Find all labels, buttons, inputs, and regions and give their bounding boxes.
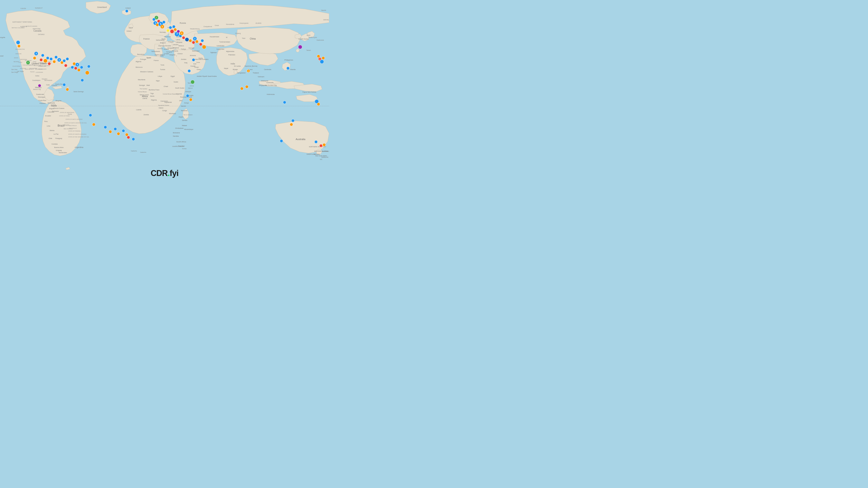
marker-24[interactable] [85, 71, 89, 75]
svg-text:STATE OF MATO GROSSO DO SUL: STATE OF MATO GROSSO DO SUL [64, 122, 87, 124]
marker-eu-8[interactable] [162, 21, 165, 24]
marker-23[interactable] [80, 66, 83, 69]
marker-25[interactable] [87, 65, 90, 68]
marker-eu-17[interactable]: 3 [180, 31, 184, 35]
svg-text:Mauritania: Mauritania [138, 79, 145, 80]
marker-ea-6[interactable] [322, 57, 325, 60]
marker-26[interactable] [38, 84, 41, 87]
marker-eu-24[interactable] [199, 43, 202, 46]
marker-12[interactable] [55, 56, 58, 59]
svg-text:Dar es Salaam: Dar es Salaam [184, 114, 193, 116]
svg-text:China: China [250, 37, 256, 40]
svg-text:Paraguay: Paraguay [55, 138, 62, 139]
marker-ic-1[interactable] [125, 9, 128, 13]
svg-text:India: India [230, 63, 235, 65]
svg-text:Mexico City: Mexico City [33, 89, 41, 90]
svg-text:Poland: Poland [168, 41, 174, 43]
marker-eu-13[interactable] [174, 28, 177, 31]
marker-3[interactable]: 3 [34, 52, 38, 56]
marker-18[interactable] [71, 66, 74, 69]
marker-eu-20[interactable] [189, 39, 192, 42]
marker-21[interactable]: 4 [75, 63, 79, 67]
marker-ea-2[interactable] [286, 67, 289, 70]
marker-eu-26[interactable] [202, 45, 206, 49]
marker-4[interactable] [33, 57, 36, 60]
marker-2[interactable] [18, 44, 21, 48]
brand-dot: . [167, 168, 169, 178]
svg-text:Hungary: Hungary [166, 51, 172, 53]
marker-27[interactable] [63, 83, 66, 86]
marker-eu-21[interactable] [192, 41, 195, 44]
marker-11[interactable] [53, 60, 56, 63]
marker-asia-1[interactable]: 2 [247, 69, 250, 72]
marker-aus-6[interactable] [280, 139, 283, 142]
marker-eu-19[interactable] [185, 37, 189, 41]
svg-text:NEVADA: NEVADA [13, 61, 19, 62]
marker-ea-1[interactable] [298, 45, 302, 49]
marker-30[interactable] [89, 113, 92, 117]
marker-eu-25[interactable] [201, 39, 204, 42]
marker-29[interactable] [81, 78, 84, 82]
marker-28[interactable] [66, 88, 69, 91]
marker-eu-23[interactable] [195, 40, 198, 43]
svg-text:Nicaragua: Nicaragua [38, 96, 45, 98]
marker-15[interactable] [63, 59, 66, 62]
marker-aus-4[interactable] [322, 143, 326, 147]
marker-34[interactable] [114, 127, 117, 131]
marker-sea-3[interactable] [291, 119, 294, 122]
marker-22[interactable] [77, 68, 81, 72]
marker-16[interactable] [64, 64, 67, 67]
marker-10[interactable] [50, 57, 53, 61]
marker-1[interactable] [16, 40, 20, 44]
marker-eu-2[interactable] [152, 18, 156, 21]
svg-text:Manila: Manila [290, 68, 296, 70]
marker-aus-5[interactable] [314, 140, 318, 143]
marker-eu-9[interactable] [166, 29, 169, 32]
marker-35[interactable] [117, 132, 120, 135]
svg-text:Hamburg: Hamburg [157, 48, 163, 49]
marker-8[interactable] [46, 57, 49, 60]
marker-eu-10[interactable] [169, 26, 172, 29]
svg-text:Djibouti: Djibouti [188, 88, 193, 89]
marker-39[interactable] [132, 138, 135, 141]
svg-text:Mombasa: Mombasa [169, 113, 176, 114]
svg-text:Buenos Aires: Buenos Aires [54, 147, 64, 148]
marker-afr-1[interactable] [186, 94, 189, 97]
marker-afr-2[interactable] [189, 98, 192, 101]
svg-text:Uzbekistan: Uzbekistan [217, 45, 224, 46]
marker-32[interactable] [104, 126, 107, 129]
svg-text:STATE OF PARANA: STATE OF PARANA [68, 130, 81, 132]
marker-sea-1[interactable] [283, 101, 286, 104]
marker-20[interactable] [74, 67, 77, 70]
svg-text:YUKON: YUKON [20, 8, 26, 9]
marker-36[interactable] [122, 129, 125, 132]
svg-text:Morocco: Morocco [135, 66, 143, 68]
marker-33[interactable] [109, 130, 112, 133]
svg-text:STATE OF SANTA CATARINA: STATE OF SANTA CATARINA [68, 133, 86, 135]
svg-text:OREGON: OREGON [16, 53, 22, 55]
marker-ea-5[interactable] [320, 60, 324, 64]
marker-green-1[interactable]: i [26, 61, 30, 65]
marker-me-3[interactable] [192, 58, 195, 61]
marker-asia-3[interactable] [245, 85, 248, 88]
svg-text:South Sudan: South Sudan [175, 87, 184, 89]
marker-aus-3[interactable] [319, 144, 322, 147]
marker-9[interactable] [48, 62, 51, 65]
marker-eu-7[interactable]: 2 [160, 25, 164, 29]
svg-text:TEXAS: TEXAS [30, 71, 35, 72]
marker-5[interactable] [39, 58, 43, 61]
svg-text:SAKHALIN: SAKHALIN [323, 19, 329, 21]
marker-38[interactable] [127, 136, 130, 139]
svg-text:Brazil: Brazil [58, 124, 64, 127]
marker-17[interactable] [66, 57, 69, 61]
svg-text:French Guiana: French Guiana [54, 107, 64, 109]
marker-asia-2[interactable] [240, 87, 243, 90]
marker-me-2[interactable] [191, 80, 195, 84]
marker-sea-2[interactable] [290, 123, 293, 126]
marker-aus-2[interactable] [317, 103, 320, 106]
svg-text:South Korea: South Korea [298, 38, 309, 40]
marker-31[interactable] [92, 123, 95, 126]
svg-text:STATE OF PARA: STATE OF PARA [59, 115, 70, 117]
marker-me-1[interactable] [188, 69, 191, 72]
marker-6[interactable] [41, 54, 44, 57]
